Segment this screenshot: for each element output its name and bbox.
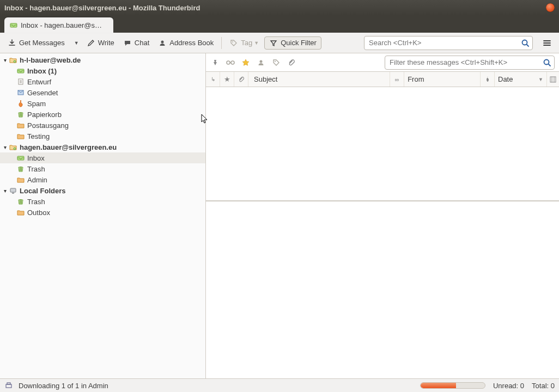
caret-down-icon: ▼ bbox=[254, 40, 259, 46]
folder-row[interactable]: Testing bbox=[0, 131, 205, 142]
pin-filter-icon[interactable] bbox=[210, 58, 220, 68]
subject-label: Subject bbox=[254, 75, 277, 83]
subject-column[interactable]: Subject bbox=[248, 72, 390, 87]
folder-row[interactable]: Trash bbox=[0, 196, 205, 207]
get-messages-dropdown[interactable]: ▼ bbox=[70, 39, 81, 47]
account-row[interactable]: ▾h-l-bauer@web.de bbox=[0, 54, 205, 65]
contact-filter-icon[interactable] bbox=[256, 58, 266, 68]
folder-label: Trash bbox=[27, 165, 45, 173]
search-icon[interactable] bbox=[520, 38, 530, 48]
junk-column[interactable] bbox=[481, 72, 495, 87]
star-icon: ★ bbox=[224, 75, 230, 83]
inbox-icon bbox=[16, 66, 25, 75]
global-search-input[interactable] bbox=[369, 39, 520, 47]
folder-label: Papierkorb bbox=[27, 111, 62, 119]
trash-icon bbox=[16, 110, 25, 119]
flame-icon bbox=[485, 76, 490, 83]
svg-point-14 bbox=[260, 60, 263, 63]
folder-row[interactable]: Inbox (1) bbox=[0, 65, 205, 76]
account-row[interactable]: ▾hagen.bauer@silvergreen.eu bbox=[0, 142, 205, 152]
svg-point-1 bbox=[161, 40, 164, 43]
pencil-icon bbox=[87, 39, 95, 47]
attachment-filter-icon[interactable] bbox=[287, 58, 296, 68]
status-message: Downloading 1 of 1 in Admin bbox=[19, 382, 420, 390]
tag-filter-icon[interactable] bbox=[271, 58, 281, 68]
folder-label: Inbox bbox=[27, 154, 45, 162]
tab-inbox[interactable]: Inbox - hagen.bauer@s… bbox=[4, 17, 113, 33]
main-area: ▾h-l-bauer@web.deInbox (1)EntwurfGesende… bbox=[0, 53, 559, 378]
search-icon[interactable] bbox=[542, 58, 552, 68]
twisty-icon[interactable]: ▾ bbox=[2, 57, 8, 63]
chat-button[interactable]: Chat bbox=[120, 37, 153, 49]
correspondent-icon: ∞ bbox=[395, 76, 399, 83]
svg-rect-17 bbox=[550, 77, 556, 82]
svg-rect-19 bbox=[7, 383, 10, 384]
write-label: Write bbox=[98, 39, 114, 47]
tag-icon bbox=[229, 39, 238, 47]
date-column[interactable]: Date ▼ bbox=[495, 72, 547, 87]
quick-filter-button[interactable]: Quick Filter bbox=[264, 36, 321, 50]
svg-point-4 bbox=[14, 60, 16, 63]
sort-desc-icon: ▼ bbox=[538, 77, 543, 82]
message-filter[interactable] bbox=[385, 56, 555, 70]
message-list[interactable] bbox=[206, 87, 559, 200]
folder-row[interactable]: Entwurf bbox=[0, 76, 205, 87]
folder-row[interactable]: Outbox bbox=[0, 207, 205, 218]
twisty-icon[interactable]: ▾ bbox=[2, 188, 8, 194]
global-search[interactable] bbox=[364, 36, 533, 50]
folder-row[interactable]: Postausgang bbox=[0, 120, 205, 131]
get-messages-button[interactable]: Get Messages bbox=[4, 37, 68, 49]
column-headers: ↳ ★ Subject ∞ From Date ▼ bbox=[206, 72, 559, 87]
folder-row[interactable]: Inbox bbox=[0, 152, 205, 163]
folder-row[interactable]: Spam bbox=[0, 98, 205, 109]
funnel-icon bbox=[269, 39, 278, 47]
tab-label: Inbox - hagen.bauer@s… bbox=[21, 21, 102, 29]
message-filter-input[interactable] bbox=[390, 58, 542, 66]
svg-rect-10 bbox=[10, 188, 16, 192]
app-menu-button[interactable] bbox=[539, 37, 555, 49]
folder-row[interactable]: Trash bbox=[0, 163, 205, 174]
folder-icon bbox=[16, 132, 25, 140]
twisty-icon[interactable]: ▾ bbox=[2, 144, 8, 150]
close-window-button[interactable] bbox=[546, 3, 555, 12]
trash-icon bbox=[16, 197, 25, 206]
from-column[interactable]: From bbox=[404, 72, 481, 87]
from-label: From bbox=[408, 75, 424, 83]
account-row[interactable]: ▾Local Folders bbox=[0, 185, 205, 196]
unread-filter-icon[interactable] bbox=[226, 58, 235, 68]
folder-row[interactable]: Admin bbox=[0, 174, 205, 185]
folder-label: Entwurf bbox=[27, 78, 51, 86]
folder-label: Testing bbox=[27, 132, 50, 140]
tag-label: Tag bbox=[241, 39, 252, 47]
correspondent-column[interactable]: ∞ bbox=[390, 72, 404, 87]
svg-point-3 bbox=[522, 40, 527, 45]
address-book-label: Address Book bbox=[169, 39, 214, 47]
write-button[interactable]: Write bbox=[83, 37, 118, 49]
message-preview bbox=[206, 201, 559, 378]
unread-count: Unread: 0 bbox=[493, 382, 524, 390]
tab-strip: Inbox - hagen.bauer@s… bbox=[0, 15, 559, 33]
folder-row[interactable]: Papierkorb bbox=[0, 109, 205, 120]
star-filter-icon[interactable] bbox=[241, 58, 251, 68]
account-label: h-l-bauer@web.de bbox=[20, 56, 81, 64]
account-icon bbox=[9, 143, 17, 151]
svg-point-12 bbox=[227, 61, 230, 64]
date-label: Date bbox=[498, 75, 513, 83]
window-titlebar: Inbox - hagen.bauer@silvergreen.eu - Moz… bbox=[0, 0, 559, 15]
address-book-button[interactable]: Address Book bbox=[155, 37, 217, 49]
total-count: Total: 0 bbox=[532, 382, 555, 390]
folder-icon bbox=[16, 175, 25, 184]
star-column[interactable]: ★ bbox=[220, 72, 234, 87]
quick-filter-bar bbox=[206, 53, 559, 72]
status-bar: Downloading 1 of 1 in Admin Unread: 0 To… bbox=[0, 378, 559, 392]
folder-row[interactable]: Gesendet bbox=[0, 87, 205, 98]
attachment-column[interactable] bbox=[234, 72, 248, 87]
tag-button[interactable]: Tag ▼ bbox=[226, 37, 262, 49]
inbox-icon bbox=[16, 154, 25, 162]
folder-icon bbox=[16, 208, 25, 217]
column-picker[interactable] bbox=[547, 72, 559, 87]
caret-down-icon: ▼ bbox=[74, 40, 79, 46]
activity-icon[interactable] bbox=[4, 381, 13, 390]
thread-column[interactable]: ↳ bbox=[206, 72, 220, 87]
svg-rect-18 bbox=[6, 384, 11, 388]
